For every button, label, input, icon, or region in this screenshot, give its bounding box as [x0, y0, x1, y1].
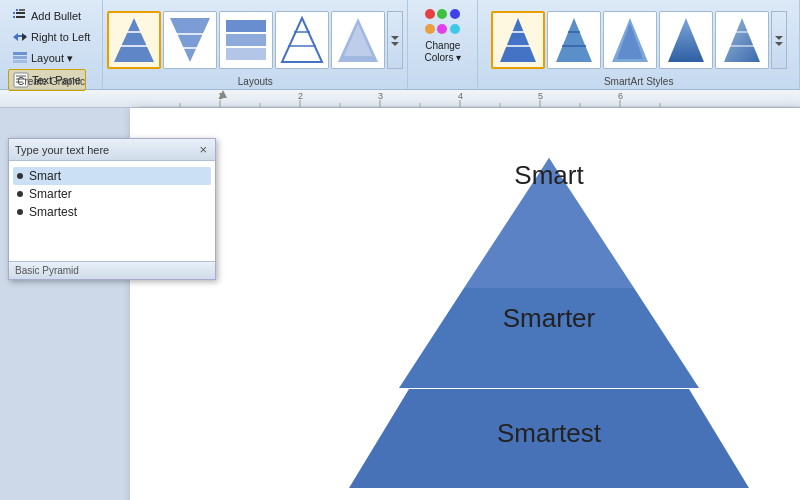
svg-rect-3	[16, 16, 25, 18]
create-graphic-label: Create Graphic	[17, 76, 85, 87]
change-colors-label: ChangeColors ▾	[424, 40, 461, 64]
text-pane: Type your text here × Smart Smarter Smar…	[8, 138, 216, 280]
svg-marker-30	[391, 36, 399, 40]
sa-thumb-3[interactable]	[603, 11, 657, 69]
layouts-label: Layouts	[238, 76, 273, 87]
text-pane-item-1-label: Smarter	[29, 187, 72, 201]
sa-thumb-4[interactable]	[659, 11, 713, 69]
svg-marker-44	[775, 36, 783, 40]
layouts-scroll-down[interactable]	[387, 11, 403, 69]
svg-rect-9	[13, 52, 27, 55]
svg-marker-19	[170, 18, 210, 62]
right-to-left-button[interactable]: Right to Left	[8, 27, 94, 47]
add-bullet-button[interactable]: Add Bullet	[8, 6, 85, 26]
text-pane-footer-label: Basic Pyramid	[15, 265, 79, 276]
svg-marker-32	[500, 18, 536, 62]
layout-thumb-3[interactable]	[219, 11, 273, 69]
svg-rect-11	[13, 60, 27, 63]
svg-marker-35	[556, 18, 592, 62]
document-area: Smart Smarter Smartest	[130, 108, 800, 500]
layout-label: Layout ▾	[31, 52, 73, 65]
text-pane-item-2[interactable]: Smartest	[13, 203, 211, 221]
pyramid-label-smarter: Smarter	[339, 303, 759, 334]
change-colors-button[interactable]: ChangeColors ▾	[419, 4, 466, 69]
smartart-scroll	[491, 4, 787, 75]
main-area: Smart Smarter Smartest Type your text he…	[0, 108, 800, 500]
text-pane-content: Smart Smarter Smartest	[9, 161, 215, 261]
layout-thumb-2[interactable]	[163, 11, 217, 69]
add-bullet-icon	[12, 8, 28, 24]
smartart-styles-section: SmartArt Styles	[478, 0, 800, 89]
svg-marker-8	[22, 33, 27, 41]
svg-rect-4	[16, 9, 18, 11]
layouts-scroll	[107, 4, 403, 75]
text-pane-footer: Basic Pyramid	[9, 261, 215, 279]
svg-rect-1	[16, 12, 25, 14]
rtl-label: Right to Left	[31, 31, 90, 43]
bullet-0	[17, 173, 23, 179]
layout-thumb-5[interactable]	[331, 11, 385, 69]
svg-marker-16	[114, 18, 154, 62]
svg-rect-22	[226, 20, 266, 32]
svg-rect-0	[13, 12, 15, 14]
svg-marker-6	[13, 33, 18, 41]
text-pane-item-2-label: Smartest	[29, 205, 77, 219]
change-colors-section: ChangeColors ▾	[408, 0, 478, 89]
svg-marker-25	[282, 18, 322, 62]
svg-marker-45	[775, 42, 783, 46]
smartart-styles-label: SmartArt Styles	[604, 76, 673, 87]
text-pane-close-button[interactable]: ×	[197, 143, 209, 156]
layout-thumb-4[interactable]	[275, 11, 329, 69]
sa-thumb-1[interactable]	[491, 11, 545, 69]
bullet-2	[17, 209, 23, 215]
layout-icon	[12, 50, 28, 66]
sa-thumb-2[interactable]	[547, 11, 601, 69]
pyramid-label-smartest: Smartest	[339, 418, 759, 449]
svg-rect-10	[13, 56, 27, 59]
svg-marker-41	[724, 18, 760, 62]
ruler: 1 2 3 4 5 6	[0, 90, 800, 108]
svg-marker-40	[668, 18, 704, 62]
layouts-section: Layouts	[103, 0, 408, 89]
layout-thumb-1[interactable]	[107, 11, 161, 69]
ribbon: Add Bullet Right to Left	[0, 0, 800, 90]
svg-text:3: 3	[378, 91, 383, 101]
svg-rect-23	[226, 34, 266, 46]
svg-rect-24	[226, 48, 266, 60]
layout-button[interactable]: Layout ▾	[8, 48, 77, 68]
sa-scroll-down[interactable]	[771, 11, 787, 69]
add-bullet-label: Add Bullet	[31, 10, 81, 22]
text-pane-header: Type your text here ×	[9, 139, 215, 161]
text-pane-item-0[interactable]: Smart	[13, 167, 211, 185]
svg-marker-31	[391, 42, 399, 46]
text-pane-item-0-label: Smart	[29, 169, 61, 183]
text-pane-item-1[interactable]: Smarter	[13, 185, 211, 203]
bullet-1	[17, 191, 23, 197]
color-circles-icon	[425, 9, 461, 37]
text-pane-title: Type your text here	[15, 144, 109, 156]
create-graphic-section: Add Bullet Right to Left	[0, 0, 103, 89]
svg-text:2: 2	[298, 91, 303, 101]
svg-text:4: 4	[458, 91, 463, 101]
svg-rect-2	[13, 16, 15, 18]
ruler-marks: 1 2 3 4 5 6	[140, 90, 800, 107]
pyramid-label-smart: Smart	[339, 160, 759, 191]
pyramid-container[interactable]: Smart Smarter Smartest	[339, 148, 759, 500]
sa-thumb-5[interactable]	[715, 11, 769, 69]
svg-text:6: 6	[618, 91, 623, 101]
svg-text:5: 5	[538, 91, 543, 101]
rtl-icon	[12, 29, 28, 45]
